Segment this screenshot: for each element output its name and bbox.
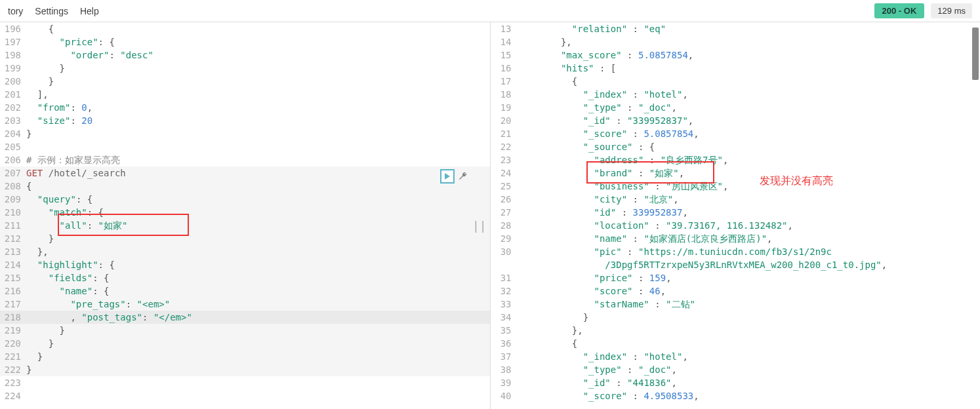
code-line[interactable]: 14 }, (491, 35, 981, 49)
line-content[interactable]: "query": { (26, 193, 490, 206)
line-content[interactable]: }, (26, 245, 490, 258)
splitter-handle[interactable]: || (472, 219, 487, 233)
code-line[interactable]: 24 "brand" : "如家", (491, 166, 981, 180)
code-line[interactable]: 211 "all": "如家" (0, 219, 490, 232)
line-content[interactable]: "id" : 339952837, (517, 206, 981, 219)
line-content[interactable]: } (26, 337, 490, 350)
line-content[interactable] (26, 376, 490, 389)
line-content[interactable]: "_index" : "hotel", (517, 350, 981, 363)
line-content[interactable]: "_index" : "hotel", (517, 88, 981, 101)
code-line[interactable]: 25 "business" : "房山风景区", (491, 180, 981, 193)
line-content[interactable]: } (517, 311, 981, 324)
line-content[interactable]: "location" : "39.73167, 116.132482", (517, 219, 981, 232)
code-line[interactable]: 217 "pre_tags": "<em>" (0, 298, 490, 311)
code-line[interactable]: 32 "score" : 46, (491, 284, 981, 298)
code-line[interactable]: 218 , "post_tags": "</em>" (0, 311, 490, 324)
menu-help[interactable]: Help (80, 6, 99, 16)
code-line[interactable]: 15 "max_score" : 5.0857854, (491, 49, 981, 62)
code-line[interactable]: 222} (0, 363, 490, 376)
code-line[interactable]: 204} (0, 127, 490, 140)
code-line[interactable]: 16 "hits" : [ (491, 62, 981, 75)
line-content[interactable]: "pic" : "https://m.tuniucdn.com/fb3/s1/2… (517, 245, 981, 258)
code-line[interactable]: 17 { (491, 75, 981, 88)
line-content[interactable]: "_type" : "_doc", (517, 363, 981, 376)
line-content[interactable]: , "post_tags": "</em>" (26, 311, 490, 324)
code-line[interactable]: 33 "starName" : "二钻" (491, 298, 981, 311)
code-line[interactable]: 39 "_id" : "441836", (491, 376, 981, 389)
run-button[interactable] (440, 169, 455, 184)
code-line[interactable]: 212 } (0, 232, 490, 245)
line-content[interactable]: "_score" : 4.9508533, (517, 389, 981, 402)
line-content[interactable] (26, 389, 490, 402)
line-content[interactable]: } (26, 62, 490, 75)
code-line[interactable]: 224 (0, 389, 490, 402)
line-content[interactable]: "_id" : "339952837", (517, 114, 981, 127)
line-content[interactable]: "pre_tags": "<em>" (26, 298, 490, 311)
code-line[interactable]: 21 "_score" : 5.0857854, (491, 127, 981, 140)
line-content[interactable]: }, (517, 324, 981, 337)
code-line[interactable]: 13 "relation" : "eq" (491, 22, 981, 35)
line-content[interactable]: } (26, 363, 490, 376)
line-content[interactable]: /3Dpgf5RTTzrxpeN5y3RLnRVtxMEA_w200_h200_… (517, 258, 981, 271)
code-line[interactable]: 205 (0, 140, 490, 153)
code-line[interactable]: 207GET /hotel/_search (0, 166, 490, 180)
line-content[interactable]: "brand" : "如家", (517, 166, 981, 180)
line-content[interactable]: } (26, 75, 490, 88)
line-content[interactable]: } (26, 232, 490, 245)
code-line[interactable]: 19 "_type" : "_doc", (491, 101, 981, 114)
line-content[interactable]: "match": { (26, 206, 490, 219)
line-content[interactable]: "_type" : "_doc", (517, 101, 981, 114)
line-content[interactable]: { (26, 22, 490, 35)
menu-history[interactable]: tory (8, 6, 23, 16)
code-line[interactable]: 199 } (0, 62, 490, 75)
code-line[interactable]: 27 "id" : 339952837, (491, 206, 981, 219)
request-editor[interactable]: 196 {197 "price": {198 "order": "desc"19… (0, 22, 491, 409)
line-content[interactable]: "business" : "房山风景区", (517, 180, 981, 193)
code-line[interactable]: 18 "_index" : "hotel", (491, 88, 981, 101)
line-content[interactable]: "starName" : "二钻" (517, 298, 981, 311)
code-line[interactable]: 206# 示例：如家显示高亮 (0, 153, 490, 166)
line-content[interactable]: "fields": { (26, 271, 490, 284)
line-content[interactable]: { (517, 75, 981, 88)
line-content[interactable]: "highlight": { (26, 258, 490, 271)
code-line[interactable]: 22 "_source" : { (491, 140, 981, 153)
line-content[interactable]: GET /hotel/_search (26, 166, 490, 180)
line-content[interactable]: "order": "desc" (26, 49, 490, 62)
line-content[interactable]: } (26, 324, 490, 337)
code-line[interactable]: 38 "_type" : "_doc", (491, 363, 981, 376)
code-line[interactable]: 208{ (0, 180, 490, 193)
line-content[interactable]: "price": { (26, 35, 490, 49)
line-content[interactable]: "name" : "如家酒店(北京良乡西路店)", (517, 232, 981, 245)
code-line[interactable]: 198 "order": "desc" (0, 49, 490, 62)
code-line[interactable]: 26 "city" : "北京", (491, 193, 981, 206)
response-viewer[interactable]: 13 "relation" : "eq"14 },15 "max_score" … (491, 22, 981, 409)
line-content[interactable]: "max_score" : 5.0857854, (517, 49, 981, 62)
line-content[interactable]: "_id" : "441836", (517, 376, 981, 389)
code-line[interactable]: 210 "match": { (0, 206, 490, 219)
line-content[interactable]: "score" : 46, (517, 284, 981, 298)
menu-settings[interactable]: Settings (35, 6, 68, 16)
code-line[interactable]: 197 "price": { (0, 35, 490, 49)
line-content[interactable]: { (517, 337, 981, 350)
code-line[interactable]: 213 }, (0, 245, 490, 258)
code-line[interactable]: /3Dpgf5RTTzrxpeN5y3RLnRVtxMEA_w200_h200_… (491, 258, 981, 271)
line-content[interactable]: "all": "如家" (26, 219, 490, 232)
code-line[interactable]: 40 "_score" : 4.9508533, (491, 389, 981, 402)
line-content[interactable]: { (26, 180, 490, 193)
code-line[interactable]: 35 }, (491, 324, 981, 337)
scrollbar-thumb[interactable] (972, 28, 979, 80)
code-line[interactable]: 31 "price" : 159, (491, 271, 981, 284)
line-content[interactable]: "price" : 159, (517, 271, 981, 284)
code-line[interactable]: 28 "location" : "39.73167, 116.132482", (491, 219, 981, 232)
code-line[interactable]: 216 "name": { (0, 284, 490, 298)
code-line[interactable]: 215 "fields": { (0, 271, 490, 284)
code-line[interactable]: 209 "query": { (0, 193, 490, 206)
line-content[interactable]: "size": 20 (26, 114, 490, 127)
line-content[interactable]: "name": { (26, 284, 490, 298)
line-content[interactable]: } (26, 350, 490, 363)
code-line[interactable]: 219 } (0, 324, 490, 337)
line-content[interactable]: "city" : "北京", (517, 193, 981, 206)
code-line[interactable]: 203 "size": 20 (0, 114, 490, 127)
code-line[interactable]: 36 { (491, 337, 981, 350)
code-line[interactable]: 29 "name" : "如家酒店(北京良乡西路店)", (491, 232, 981, 245)
